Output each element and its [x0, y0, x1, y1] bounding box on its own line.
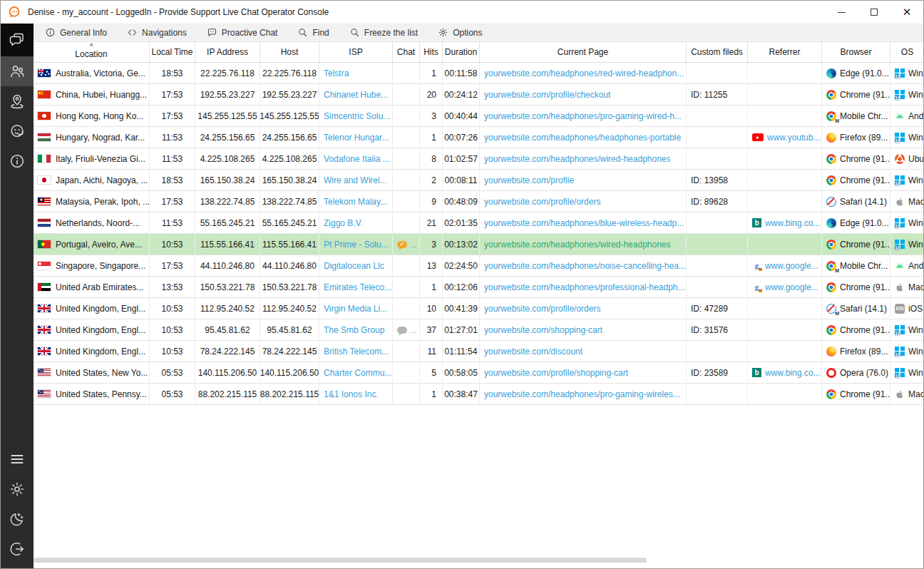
toolbar-navigations-button[interactable]: Navigations: [127, 27, 187, 38]
cell-chat: [393, 106, 420, 127]
sidebar-item-visitors[interactable]: [1, 56, 34, 86]
table-row[interactable]: United States, Pennsy...05:5388.202.215.…: [34, 384, 923, 405]
column-header-custom-fileds[interactable]: Custom fileds: [687, 42, 748, 63]
sidebar-item-info[interactable]: [1, 146, 34, 176]
table-row[interactable]: Malaysia, Perak, Ipoh, ...17:53138.222.7…: [34, 191, 923, 212]
windows-icon: 10: [895, 68, 905, 78]
current-page-link[interactable]: yourwebsite.com/headphones/headphones-po…: [484, 133, 681, 143]
isp-link[interactable]: British Telecom...: [324, 347, 389, 357]
referrer-link[interactable]: www.bing.co...: [765, 368, 820, 378]
table-row[interactable]: Japan, Aichi, Nagoya, ...18:53165.150.38…: [34, 170, 923, 191]
referrer-link[interactable]: www.youtub...: [767, 133, 821, 143]
horizontal-scrollbar[interactable]: [34, 558, 923, 563]
sidebar-item-theme[interactable]: [1, 504, 34, 534]
close-button[interactable]: ✕: [890, 1, 923, 24]
table-row[interactable]: United Kingdom, Engl...10:5378.24.222.14…: [34, 341, 923, 362]
referrer-link[interactable]: www.google...: [765, 261, 818, 271]
minimize-button[interactable]: [825, 1, 858, 24]
table-row[interactable]: United States, New Yo...05:53140.115.206…: [34, 362, 923, 384]
toolbar-freeze-list-button[interactable]: Freeze the list: [349, 27, 418, 38]
current-page-link[interactable]: yourwebsite.com/headphones/noise-cancell…: [484, 261, 686, 271]
toolbar-options-button[interactable]: Options: [438, 27, 482, 38]
current-page-link[interactable]: yourwebsite.com/profile/orders: [484, 304, 600, 314]
isp-link[interactable]: Chinanet Hube...: [324, 90, 388, 100]
sidebar-item-chats[interactable]: [1, 24, 34, 56]
current-page-link[interactable]: yourwebsite.com/headphones/blue-wireless…: [484, 218, 684, 228]
cell-chat: [393, 170, 420, 191]
table-row[interactable]: China, Hubei, Huangg...17:53192.55.23.22…: [34, 84, 923, 106]
sidebar-item-geo[interactable]: [1, 86, 34, 116]
current-page-link[interactable]: yourwebsite.com/headphones/professional-…: [484, 282, 685, 292]
table-row[interactable]: Italy, Friuli-Venezia Gi...11:534.225.10…: [34, 148, 923, 170]
isp-link[interactable]: Digitalocean Llc: [324, 261, 384, 271]
isp-link[interactable]: Vodafone Italia ...: [324, 154, 390, 164]
current-page-link[interactable]: yourwebsite.com/profile/orders: [484, 197, 600, 207]
current-page-link[interactable]: yourwebsite.com/headphones/wired-headpho…: [484, 240, 671, 250]
column-header-ip-address[interactable]: IP Address: [195, 42, 260, 63]
isp-link[interactable]: Wire and Wirel...: [324, 175, 387, 185]
toolbar-general-info-button[interactable]: General Info: [45, 27, 107, 38]
isp-link[interactable]: Telekom Malay...: [324, 197, 387, 207]
isp-link[interactable]: Telstra: [324, 68, 349, 78]
cell-custom-fields: ID: 23589: [687, 362, 748, 384]
isp-link[interactable]: Emirates Teleco...: [324, 282, 391, 292]
isp-link[interactable]: Simcentric Solu...: [324, 111, 390, 121]
table-row[interactable]: Hungary, Nograd, Kar...11:5324.255.156.6…: [34, 127, 923, 148]
current-page-link[interactable]: yourwebsite.com/headphones/pro-gaming-wi…: [484, 111, 682, 121]
table-row[interactable]: Australia, Victoria, Ge...18:5322.225.76…: [34, 63, 923, 84]
current-page-link[interactable]: yourwebsite.com/discount: [484, 347, 582, 357]
isp-link[interactable]: Virgin Media Li...: [324, 304, 387, 314]
sidebar-item-menu[interactable]: [1, 444, 34, 474]
current-page-link[interactable]: yourwebsite.com/profile/shopping-cart: [484, 368, 628, 378]
column-header-location[interactable]: ^Location: [34, 42, 150, 63]
cell-location: Singapore, Singapore...: [34, 255, 150, 277]
toolbar-find-button[interactable]: Find: [297, 27, 329, 38]
column-header-label: Chat: [397, 47, 415, 57]
table-row[interactable]: United Arab Emirates...13:53150.53.221.7…: [34, 277, 923, 298]
column-header-current-page[interactable]: Current Page: [480, 42, 687, 63]
column-header-isp[interactable]: ISP: [319, 42, 393, 63]
cell-referrer: [748, 384, 822, 405]
column-header-os[interactable]: OS: [890, 42, 924, 63]
referrer-link[interactable]: www.bing.co...: [765, 218, 820, 228]
column-header-browser[interactable]: Browser: [822, 42, 890, 63]
column-header-chat[interactable]: Chat: [393, 42, 420, 63]
current-page-link[interactable]: yourwebsite.com/headphones/red-wired-hea…: [484, 68, 684, 78]
cell-duration: 00:13:02: [443, 234, 480, 255]
windows-icon: 10: [895, 347, 905, 357]
sidebar-item-settings[interactable]: [1, 474, 34, 504]
cell-hits: 9: [420, 191, 443, 212]
table-row[interactable]: Singapore, Singapore...17:5344.110.246.8…: [34, 255, 923, 277]
column-header-host[interactable]: Host: [260, 42, 319, 63]
column-header-referrer[interactable]: Referrer: [748, 42, 822, 63]
sidebar-item-logout[interactable]: [1, 534, 34, 564]
isp-link[interactable]: The Smb Group: [324, 325, 384, 335]
sidebar-item-operators[interactable]: [1, 116, 34, 146]
cell-current-page: yourwebsite.com/profile/orders: [480, 298, 687, 319]
cell-custom-fields: ID: 11255: [687, 84, 748, 106]
isp-link[interactable]: 1&1 Ionos Inc.: [324, 389, 379, 399]
table-row[interactable]: Hong Kong, Hong Ko...17:53145.255.125.55…: [34, 106, 923, 127]
table-row[interactable]: Netherlands, Noord-...11:5355.165.245.21…: [34, 212, 923, 234]
maximize-button[interactable]: [858, 1, 890, 24]
column-header-local-time[interactable]: Local Time: [150, 42, 195, 63]
isp-link[interactable]: Charter Commu...: [324, 368, 391, 378]
column-header-duration[interactable]: Duration: [443, 42, 480, 63]
current-page-link[interactable]: yourwebsite.com/profile/checkout: [484, 90, 610, 100]
current-page-link[interactable]: yourwebsite.com/headphones/pro-gaming-wi…: [484, 389, 680, 399]
isp-link[interactable]: Pt Prime - Solu...: [324, 240, 389, 250]
current-page-link[interactable]: yourwebsite.com/headphones/wired-headpho…: [484, 154, 671, 164]
column-header-hits[interactable]: Hits: [420, 42, 443, 63]
cell-chat: [393, 127, 420, 148]
table-row[interactable]: United Kingdom, Engl...10:5395.45.81.629…: [34, 319, 923, 341]
isp-link[interactable]: Telenor Hungar...: [324, 133, 389, 143]
current-page-link[interactable]: yourwebsite.com/profile: [484, 175, 574, 185]
cell-ip-address: 95.45.81.62: [195, 319, 260, 341]
table-row[interactable]: United Kingdom, Engl...10:53112.95.240.5…: [34, 298, 923, 319]
toolbar-proactive-chat-button[interactable]: Proactive Chat: [207, 27, 278, 38]
isp-link[interactable]: Ziggo B.V.: [324, 218, 363, 228]
table-row[interactable]: Portugal, Aveiro, Ave...10:53115.55.166.…: [34, 234, 923, 255]
referrer-link[interactable]: www.google...: [765, 282, 818, 292]
scrollbar-thumb[interactable]: [34, 558, 647, 563]
current-page-link[interactable]: yourwebsite.com/shopping-cart: [484, 325, 602, 335]
